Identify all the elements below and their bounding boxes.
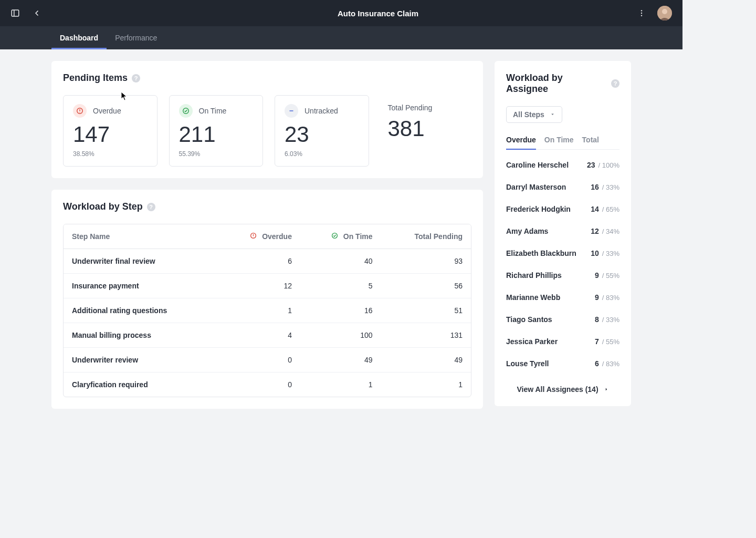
total-cell: 56 <box>381 274 471 298</box>
step-name-cell: Claryfication required <box>64 373 219 397</box>
more-menu-icon[interactable] <box>637 9 646 17</box>
assignee-count: 10 <box>591 249 599 257</box>
table-row[interactable]: Underwriter final review64093 <box>64 249 471 274</box>
assignee-row[interactable]: Darryl Masterson16 / 33% <box>506 176 620 198</box>
assignee-name: Tiago Santos <box>506 315 552 324</box>
svg-point-2 <box>641 10 642 11</box>
assignee-count: 16 <box>591 183 599 191</box>
total-cell: 1 <box>381 373 471 397</box>
table-row[interactable]: Claryfication required011 <box>64 373 471 397</box>
ontime-icon <box>179 104 193 118</box>
stat-percent: 55.39% <box>179 150 254 158</box>
untracked-icon <box>285 104 298 118</box>
assignee-row[interactable]: Elizabeth Blackburn10 / 33% <box>506 242 620 264</box>
svg-point-6 <box>662 9 667 14</box>
stat-label: Untracked <box>304 107 338 115</box>
assignee-count: 14 <box>591 205 599 213</box>
ontime-cell: 16 <box>300 298 381 323</box>
stat-value: 381 <box>388 117 463 140</box>
subtab-total[interactable]: Total <box>582 131 599 149</box>
table-row[interactable]: Underwriter review04949 <box>64 348 471 373</box>
stat-ontime[interactable]: On Time 211 55.39% <box>169 95 264 167</box>
assignee-row[interactable]: Tiago Santos8 / 33% <box>506 308 620 330</box>
workload-step-title: Workload by Step <box>63 201 143 212</box>
assignee-percent: / 83% <box>602 294 620 302</box>
assignee-count: 8 <box>595 315 599 324</box>
workload-assignee-title: Workload by Assignee <box>506 73 607 95</box>
tab-label: Performance <box>115 34 157 42</box>
ontime-cell: 5 <box>300 274 381 298</box>
assignee-name: Elizabeth Blackburn <box>506 249 576 257</box>
assignee-count: 12 <box>591 227 599 235</box>
user-avatar[interactable] <box>657 6 672 20</box>
assignee-row[interactable]: Marianne Webb9 / 83% <box>506 286 620 308</box>
assignee-row[interactable]: Jessica Parker7 / 55% <box>506 330 620 353</box>
assignee-row[interactable]: Louse Tyrell6 / 83% <box>506 353 620 375</box>
step-name-cell: Underwriter final review <box>64 249 219 274</box>
overdue-icon <box>250 232 257 239</box>
sidebar-toggle-icon[interactable] <box>10 8 20 18</box>
table-row[interactable]: Additional rating questions11651 <box>64 298 471 323</box>
assignee-row[interactable]: Richard Phillips9 / 55% <box>506 264 620 286</box>
stat-untracked[interactable]: Untracked 23 6.03% <box>275 95 369 167</box>
stat-percent: 6.03% <box>285 150 359 158</box>
overdue-cell: 1 <box>219 298 300 323</box>
step-name-cell: Insurance payment <box>64 274 219 298</box>
total-cell: 131 <box>381 323 471 348</box>
subtab-ontime[interactable]: On Time <box>544 131 574 149</box>
assignee-count: 7 <box>595 337 599 346</box>
svg-rect-0 <box>12 10 19 16</box>
table-row[interactable]: Insurance payment12556 <box>64 274 471 298</box>
assignee-name: Louse Tyrell <box>506 359 549 368</box>
assignee-name: Amy Adams <box>506 227 548 235</box>
help-icon[interactable]: ? <box>132 74 140 82</box>
assignee-row[interactable]: Frederick Hodgkin14 / 65% <box>506 198 620 220</box>
assignee-count: 23 <box>587 161 595 169</box>
subtab-overdue[interactable]: Overdue <box>506 131 536 149</box>
col-total[interactable]: Total Pending <box>381 224 471 249</box>
assignee-count: 9 <box>595 293 599 302</box>
table-row[interactable]: Manual billing process4100131 <box>64 323 471 348</box>
col-overdue[interactable]: Overdue <box>219 224 300 249</box>
assignee-name: Marianne Webb <box>506 293 560 302</box>
overdue-cell: 6 <box>219 249 300 274</box>
assignee-percent: / 100% <box>598 161 620 169</box>
overdue-cell: 12 <box>219 274 300 298</box>
assignee-row[interactable]: Amy Adams12 / 34% <box>506 220 620 242</box>
svg-point-3 <box>641 13 642 14</box>
assignee-percent: / 33% <box>602 316 620 324</box>
step-name-cell: Underwriter review <box>64 348 219 373</box>
stat-value: 147 <box>73 123 148 146</box>
ontime-cell: 49 <box>300 348 381 373</box>
assignee-percent: / 65% <box>602 205 620 213</box>
stat-label: Total Pending <box>388 104 433 112</box>
back-icon[interactable] <box>33 9 41 17</box>
overdue-cell: 0 <box>219 348 300 373</box>
stat-total: Total Pending 381 <box>381 95 472 167</box>
col-step[interactable]: Step Name <box>64 224 219 249</box>
stat-label: On Time <box>199 107 227 115</box>
workload-step-card: Workload by Step ? Step Name Overdue <box>51 190 483 409</box>
nav-tabs: Dashboard Performance <box>0 26 682 49</box>
tab-performance[interactable]: Performance <box>107 26 165 49</box>
help-icon[interactable]: ? <box>147 203 155 211</box>
assignee-row[interactable]: Caroline Herschel23 / 100% <box>506 154 620 176</box>
assignee-count: 6 <box>595 359 599 368</box>
assignee-name: Frederick Hodgkin <box>506 205 571 213</box>
overdue-icon <box>73 104 87 118</box>
ontime-icon <box>331 232 338 239</box>
tab-label: Dashboard <box>60 34 98 42</box>
col-ontime[interactable]: On Time <box>300 224 381 249</box>
help-icon[interactable]: ? <box>611 79 620 88</box>
tab-dashboard[interactable]: Dashboard <box>51 26 107 49</box>
chevron-right-icon <box>604 385 609 394</box>
stat-overdue[interactable]: Overdue 147 38.58% <box>63 95 158 167</box>
ontime-cell: 40 <box>300 249 381 274</box>
overdue-cell: 4 <box>219 323 300 348</box>
steps-filter[interactable]: All Steps <box>506 106 562 123</box>
view-all-assignees[interactable]: View All Assignees (14) <box>506 380 620 395</box>
chevron-down-icon <box>550 110 555 119</box>
stat-value: 211 <box>179 123 254 146</box>
svg-point-9 <box>79 112 80 112</box>
assignee-name: Richard Phillips <box>506 271 562 280</box>
